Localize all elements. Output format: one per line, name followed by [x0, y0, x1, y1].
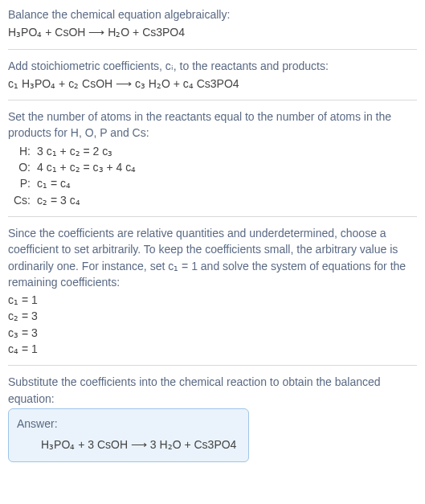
table-row: Cs: c₂ = 3 c₄: [8, 192, 139, 208]
answer-box: Answer: H₃PO₄ + 3 CsOH ⟶ 3 H₂O + Cs3PO4: [8, 408, 249, 462]
table-row: H: 3 c₁ + c₂ = 2 c₃: [8, 143, 139, 159]
element-label: Cs:: [8, 192, 34, 208]
answer-equation: H₃PO₄ + 3 CsOH ⟶ 3 H₂O + Cs3PO4: [17, 436, 240, 453]
coefficient-solutions: c₁ = 1 c₂ = 3 c₃ = 3 c₄ = 1: [8, 292, 417, 357]
element-label: H:: [8, 143, 34, 159]
element-equation: c₁ = c₄: [34, 175, 139, 191]
separator: [8, 365, 417, 366]
separator: [8, 216, 417, 217]
coeff-value: c₃ = 3: [8, 325, 417, 341]
original-equation: H₃PO₄ + CsOH ⟶ H₂O + Cs3PO4: [8, 24, 417, 40]
atom-balance-table: H: 3 c₁ + c₂ = 2 c₃ O: 4 c₁ + c₂ = c₃ + …: [8, 143, 139, 208]
answer-label: Answer:: [17, 416, 240, 432]
element-equation: 3 c₁ + c₂ = 2 c₃: [34, 143, 139, 159]
separator: [8, 100, 417, 100]
step-add-coeffs: Add stoichiometric coefficients, cᵢ, to …: [8, 58, 417, 74]
table-row: O: 4 c₁ + c₂ = c₃ + 4 c₄: [8, 159, 139, 175]
coeff-value: c₁ = 1: [8, 292, 417, 308]
table-row: P: c₁ = c₄: [8, 175, 139, 191]
coeff-value: c₄ = 1: [8, 341, 417, 357]
element-equation: c₂ = 3 c₄: [34, 192, 139, 208]
step-choose-coeff: Since the coefficients are relative quan…: [8, 225, 417, 290]
separator: [8, 49, 417, 50]
element-label: O:: [8, 159, 34, 175]
element-equation: 4 c₁ + c₂ = c₃ + 4 c₄: [34, 159, 139, 175]
prompt-line: Balance the chemical equation algebraica…: [8, 6, 417, 23]
step-set-atoms: Set the number of atoms in the reactants…: [8, 109, 417, 141]
coefficient-equation: c₁ H₃PO₄ + c₂ CsOH ⟶ c₃ H₂O + c₄ Cs3PO4: [8, 76, 417, 92]
element-label: P:: [8, 175, 34, 191]
step-substitute: Substitute the coefficients into the che…: [8, 374, 417, 407]
coeff-value: c₂ = 3: [8, 308, 417, 324]
